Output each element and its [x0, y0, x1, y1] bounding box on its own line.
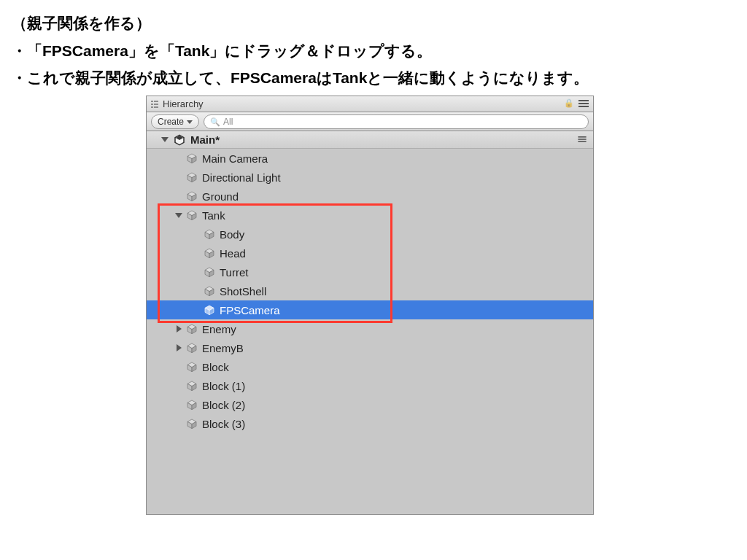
hierarchy-panel: Hierarchy 🔒 Create 🔍 All Main*	[146, 96, 594, 515]
search-icon: 🔍	[210, 117, 220, 127]
panel-toolbar: Create 🔍 All	[147, 112, 593, 131]
gameobject-cube-icon	[186, 190, 198, 202]
disclosure-closed-icon[interactable]	[177, 344, 182, 351]
create-button[interactable]: Create	[151, 114, 199, 129]
gameobject-cube-icon	[186, 209, 198, 221]
tree-row[interactable]: Body	[147, 225, 593, 244]
instruction-line-3: ・これで親子関係が成立して、FPSCameraはTankと一緒に動くようになりま…	[12, 65, 735, 91]
disclosure-open-icon[interactable]	[175, 213, 182, 218]
instruction-text: （親子関係を作る） ・「FPSCamera」を「Tank」にドラッグ＆ドロップす…	[0, 0, 747, 91]
disclosure-cell[interactable]	[173, 213, 185, 218]
tree-row[interactable]: Enemy	[147, 319, 593, 338]
gameobject-cube-icon	[186, 418, 198, 429]
gameobject-cube-icon	[204, 228, 215, 240]
tree-row-label: Ground	[202, 190, 239, 203]
search-input[interactable]: 🔍 All	[204, 114, 589, 129]
tree-row[interactable]: Block	[147, 357, 593, 376]
unity-scene-icon	[173, 133, 186, 147]
tree-row-label: Turret	[220, 266, 248, 279]
tree-row-label: Block	[202, 361, 229, 373]
disclosure-closed-icon[interactable]	[177, 325, 182, 332]
tree-row[interactable]: Block (3)	[147, 414, 593, 433]
lock-icon[interactable]: 🔒	[564, 98, 574, 108]
gameobject-cube-icon	[204, 266, 215, 278]
tree-row-label: Enemy	[202, 323, 236, 335]
tree-row-label: FPSCamera	[220, 304, 280, 316]
tree-row[interactable]: Main Camera	[147, 149, 593, 168]
svg-rect-1	[151, 104, 153, 105]
panel-titlebar[interactable]: Hierarchy 🔒	[147, 96, 593, 112]
search-placeholder: All	[223, 117, 233, 127]
instruction-line-2: ・「FPSCamera」を「Tank」にドラッグ＆ドロップする。	[12, 38, 735, 64]
scene-name: Main*	[190, 133, 220, 146]
tree-row-label: ShotShell	[220, 285, 266, 298]
tree-row[interactable]: FPSCamera	[147, 300, 593, 319]
tree-row[interactable]: Ground	[147, 187, 593, 206]
tree-row[interactable]: ShotShell	[147, 281, 593, 300]
tree-row-label: Main Camera	[202, 152, 268, 165]
scene-row[interactable]: Main*	[147, 131, 593, 149]
tree-row-label: EnemyB	[202, 342, 244, 354]
tree-row[interactable]: Block (2)	[147, 395, 593, 414]
panel-options-icon[interactable]	[578, 100, 589, 107]
scene-options-icon[interactable]	[578, 136, 586, 142]
gameobject-cube-icon	[204, 304, 215, 316]
tree-row-label: Head	[220, 247, 246, 260]
gameobject-cube-icon	[186, 380, 198, 392]
gameobject-cube-icon	[204, 247, 215, 259]
gameobject-cube-icon	[186, 361, 198, 373]
svg-rect-2	[151, 106, 153, 108]
chevron-down-icon	[187, 120, 193, 124]
svg-rect-5	[154, 106, 158, 108]
disclosure-cell[interactable]	[173, 325, 185, 332]
gameobject-cube-icon	[186, 399, 198, 411]
tree-row[interactable]: Block (1)	[147, 376, 593, 395]
hierarchy-tree: Main* Main Camera Directional Light Grou…	[147, 131, 593, 514]
tree-row-label: Block (1)	[202, 380, 245, 392]
disclosure-open-icon[interactable]	[161, 137, 169, 142]
gameobject-cube-icon	[186, 152, 198, 164]
tree-row[interactable]: Turret	[147, 262, 593, 281]
tree-row-label: Block (2)	[202, 399, 245, 411]
gameobject-cube-icon	[186, 171, 198, 183]
gameobject-cube-icon	[186, 323, 198, 335]
disclosure-cell[interactable]	[173, 344, 185, 351]
svg-rect-4	[154, 104, 158, 105]
gameobject-cube-icon	[204, 285, 215, 297]
tree-row-label: Body	[220, 228, 244, 241]
instruction-line-1: （親子関係を作る）	[12, 10, 735, 36]
panel-title: Hierarchy	[163, 98, 204, 109]
gameobject-cube-icon	[186, 342, 198, 354]
hierarchy-tab-icon	[150, 99, 160, 109]
tree-row-label: Directional Light	[202, 171, 281, 184]
create-button-label: Create	[158, 117, 184, 127]
tree-row[interactable]: Head	[147, 244, 593, 262]
tree-row[interactable]: Directional Light	[147, 168, 593, 187]
tree-row-label: Tank	[202, 209, 225, 222]
tree-row[interactable]: EnemyB	[147, 338, 593, 357]
svg-rect-0	[151, 101, 153, 102]
tree-row-label: Block (3)	[202, 418, 245, 430]
svg-rect-3	[154, 101, 158, 102]
tree-row[interactable]: Tank	[147, 206, 593, 225]
